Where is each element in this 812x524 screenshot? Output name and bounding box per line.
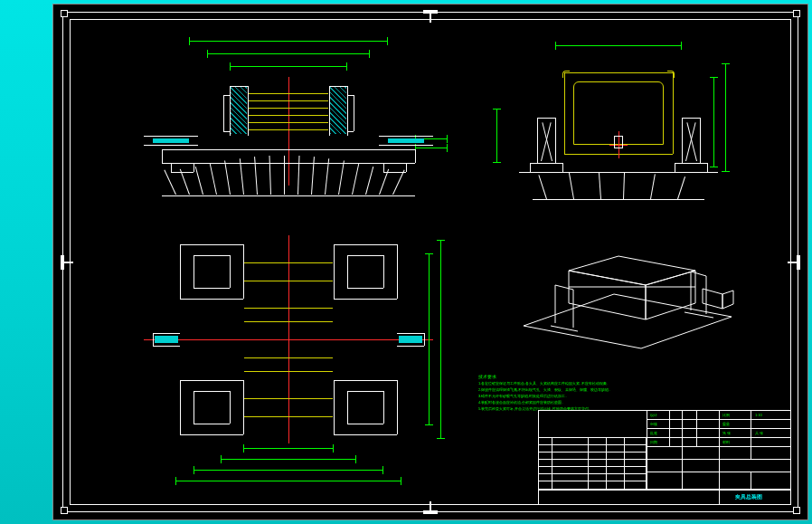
dim-plan-4 (175, 481, 401, 481)
dim-plan-2 (221, 459, 356, 460)
svg-marker-13 (722, 291, 733, 309)
center-mark-right (797, 255, 800, 270)
dim-side-h3 (496, 109, 497, 163)
dim-front-2 (207, 53, 370, 54)
centerline-plan-v (288, 235, 289, 443)
notes-heading: 技术要求 (478, 374, 496, 379)
tb-checked-label: 审核 (650, 422, 657, 426)
tb-approved-label: 批准 (650, 431, 657, 435)
dim-plan-1 (243, 448, 334, 449)
isometric-svg (505, 240, 741, 357)
tb-scale-value: 1:10 (755, 413, 762, 417)
dim-side-h2 (725, 63, 726, 172)
tb-date-label: 日期 (650, 440, 657, 444)
tb-scale-label: 比例 (722, 413, 730, 417)
dim-side-h1 (713, 77, 714, 167)
tb-material-label: 材料 (722, 440, 730, 444)
front-elevation-view (108, 41, 451, 204)
corner-mark-tl (61, 10, 68, 17)
tb-sheet-label: 第 张 (722, 431, 731, 435)
svg-marker-12 (703, 289, 722, 309)
corner-mark-bl (61, 507, 68, 514)
corner-mark-tr (793, 10, 800, 17)
dim-front-1 (189, 41, 388, 42)
tb-drawn-label: 设计 (650, 413, 657, 417)
tb-main-title: 夹具总装图 (735, 493, 762, 501)
svg-line-10 (691, 272, 706, 276)
center-mark-left (61, 255, 64, 270)
dim-side-top (555, 45, 682, 46)
cad-viewport[interactable]: 技术要求 1.各定位键应保证与工件贴合,各夹具、夹紧机构应工件稳固夹紧,不应有松… (52, 4, 808, 520)
svg-line-11 (685, 312, 713, 318)
tb-weight-label: 重量 (722, 422, 730, 426)
notes-line-4: 4.装配时各接合面应涂机油,全部紧固件应装防松垫圈. (478, 400, 563, 405)
title-block: 设计 审核 批准 比例 1:10 重量 第 张 共 张 日期 材料 夹具总装图 (538, 410, 791, 505)
corner-mark-br (793, 507, 800, 514)
dim-front-r2 (415, 148, 448, 148)
technical-requirements: 技术要求 1.各定位键应保证与工件贴合,各夹具、夹紧机构应工件稳固夹紧,不应有松… (478, 374, 732, 412)
svg-marker-3 (569, 256, 695, 285)
center-mark-top (423, 10, 438, 14)
center-mark-bottom (423, 510, 438, 514)
notes-line-2: 2.焊接件应清理焊渣飞溅,不得出现气孔、夹渣、裂纹、未焊透、焊瘤、咬边等缺陷. (478, 387, 610, 392)
tb-sheets-label: 共 张 (755, 431, 763, 435)
dim-front-3 (230, 66, 347, 67)
dim-plan-3 (194, 470, 383, 471)
isometric-view (505, 240, 741, 357)
plan-view (126, 235, 451, 489)
notes-line-3: 3.铸件不允许有砂眼气孔等缺陷,时效处理后进行机加工. (478, 394, 567, 398)
side-elevation-view (483, 45, 736, 204)
notes-line-1: 1.各定位键应保证与工件贴合,各夹具、夹紧机构应工件稳固夹紧,不应有松动现象. (478, 381, 608, 386)
